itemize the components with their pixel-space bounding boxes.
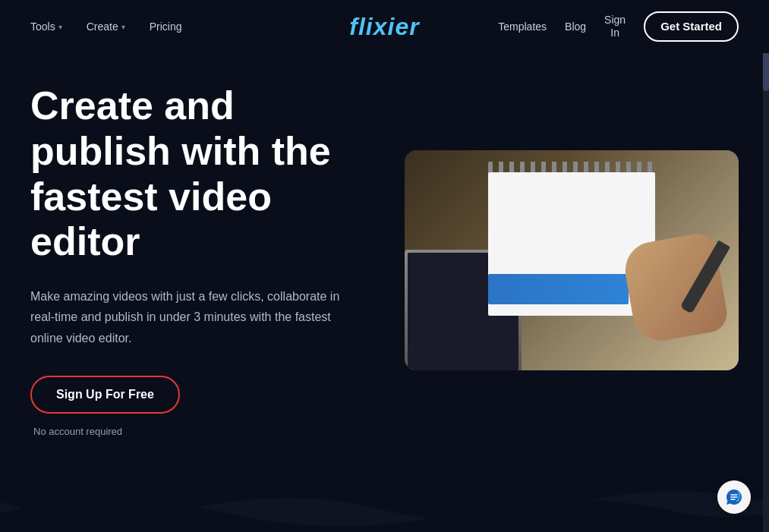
sign-in-link[interactable]: SignIn: [604, 14, 626, 39]
nav-label-blog: Blog: [565, 20, 586, 33]
nav-label-tools: Tools: [30, 20, 55, 33]
nav-right: Templates Blog SignIn Get Started: [498, 11, 739, 42]
hero-title: Create and publish with the fastest vide…: [30, 83, 380, 265]
nav-item-create[interactable]: Create ▾: [87, 20, 125, 33]
nav-label-pricing: Pricing: [150, 20, 182, 33]
hero-subtitle: Make amazing videos with just a few clic…: [30, 286, 349, 348]
signup-button[interactable]: Sign Up For Free: [30, 376, 180, 414]
nav-left: Tools ▾ Create ▾ Pricing: [30, 20, 182, 33]
nav-item-tools[interactable]: Tools ▾: [30, 20, 62, 33]
navbar: Tools ▾ Create ▾ Pricing flixier Templat…: [0, 0, 769, 53]
blue-accent-bar: [488, 274, 629, 305]
chat-support-button[interactable]: [717, 480, 751, 514]
video-background: [405, 150, 739, 370]
no-account-label: No account required: [33, 426, 122, 437]
cta-wrapper: Sign Up For Free No account required: [30, 376, 380, 438]
get-started-button[interactable]: Get Started: [644, 11, 739, 42]
nav-label-templates: Templates: [498, 20, 547, 33]
hero-video-preview: [405, 150, 739, 370]
hero-left: Create and publish with the fastest vide…: [30, 83, 380, 438]
nav-item-pricing[interactable]: Pricing: [150, 20, 182, 33]
site-logo[interactable]: flixier: [349, 13, 419, 41]
bottom-wave: [0, 471, 769, 532]
chevron-down-icon: ▾: [58, 23, 62, 31]
hero-section: Create and publish with the fastest vide…: [0, 53, 769, 453]
video-mockup: [405, 150, 739, 370]
nav-item-blog[interactable]: Blog: [565, 20, 586, 33]
nav-label-create: Create: [87, 20, 118, 33]
chat-icon: [725, 488, 743, 506]
chevron-down-icon: ▾: [121, 23, 125, 31]
nav-item-templates[interactable]: Templates: [498, 20, 547, 33]
